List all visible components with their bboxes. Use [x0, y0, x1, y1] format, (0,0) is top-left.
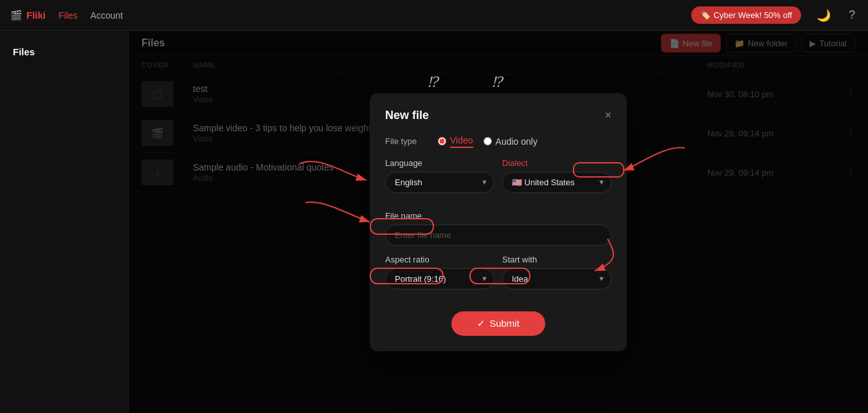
main-layout: Files Files 📄 New file 📁 New folder ▶ Tu… — [0, 31, 868, 413]
dialect-label: Dialect — [502, 158, 611, 168]
submit-button[interactable]: ✓ Submit — [451, 311, 545, 336]
submit-row: ✓ Submit — [385, 311, 611, 336]
cyber-week-button[interactable]: 🏷️ Cyber Week! 50% off — [691, 6, 801, 24]
help-icon: ? — [849, 8, 855, 21]
radio-video[interactable]: Video — [438, 135, 473, 148]
start-with-label: Start with — [502, 255, 611, 264]
content-area: Files 📄 New file 📁 New folder ▶ Tutorial… — [129, 31, 868, 413]
modal-overlay: ⁉ ⁉ New file × File type Video — [129, 31, 868, 413]
filename-field-group: File name — [385, 211, 611, 246]
help-button[interactable]: ? — [846, 6, 858, 24]
language-select[interactable]: English Spanish French German — [385, 172, 494, 193]
sidebar: Files — [0, 31, 129, 413]
dark-mode-button[interactable]: 🌙 — [814, 6, 833, 25]
logo[interactable]: 🎬 Fliki — [10, 10, 46, 21]
aspect-ratio-label: Aspect ratio — [385, 255, 494, 264]
nav-account-link[interactable]: Account — [91, 10, 123, 21]
language-dialect-row: Language English Spanish French German ▼ — [385, 158, 611, 202]
language-label: Language — [385, 158, 494, 168]
filename-input[interactable] — [385, 225, 611, 246]
language-field-group: Language English Spanish French German ▼ — [385, 158, 494, 193]
dialect-select[interactable]: 🇺🇸 United States 🇬🇧 United Kingdom 🇦🇺 Au… — [502, 172, 611, 193]
cyber-week-icon: 🏷️ — [700, 10, 710, 20]
aspect-ratio-select-wrapper: Portrait (9:16) Landscape (16:9) Square … — [385, 268, 494, 289]
modal-header: New file × — [385, 109, 611, 122]
filename-label: File name — [385, 211, 611, 221]
language-select-wrapper: English Spanish French German ▼ — [385, 172, 494, 193]
moon-icon: 🌙 — [817, 9, 831, 22]
file-type-row: File type Video Audio only — [385, 135, 611, 148]
radio-audio-only[interactable]: Audio only — [484, 136, 538, 147]
new-file-modal: ⁉ ⁉ New file × File type Video — [370, 93, 627, 351]
nav-files-link[interactable]: Files — [59, 10, 78, 21]
submit-check-icon: ✓ — [477, 318, 485, 329]
file-type-label: File type — [385, 136, 430, 146]
start-with-field-group: Start with Idea Script Blank ▼ — [502, 255, 611, 289]
start-with-select-wrapper: Idea Script Blank ▼ — [502, 268, 611, 289]
sidebar-title: Files — [0, 41, 128, 62]
start-with-select[interactable]: Idea Script Blank — [502, 268, 611, 289]
audio-only-label: Audio only — [496, 136, 538, 147]
video-label: Video — [450, 135, 473, 148]
aspect-ratio-field-group: Aspect ratio Portrait (9:16) Landscape (… — [385, 255, 494, 289]
modal-title: New file — [385, 109, 429, 122]
dialect-select-wrapper: 🇺🇸 United States 🇬🇧 United Kingdom 🇦🇺 Au… — [502, 172, 611, 193]
submit-label: Submit — [489, 318, 520, 329]
topnav: 🎬 Fliki Files Account 🏷️ Cyber Week! 50%… — [0, 0, 868, 31]
aspect-ratio-select[interactable]: Portrait (9:16) Landscape (16:9) Square … — [385, 268, 494, 289]
logo-text: Fliki — [26, 10, 46, 21]
dialect-field-group: Dialect 🇺🇸 United States 🇬🇧 United Kingd… — [502, 158, 611, 193]
file-type-radio-group: Video Audio only — [438, 135, 538, 148]
logo-icon: 🎬 — [10, 10, 23, 21]
aspect-start-row: Aspect ratio Portrait (9:16) Landscape (… — [385, 255, 611, 298]
modal-close-button[interactable]: × — [604, 109, 611, 121]
